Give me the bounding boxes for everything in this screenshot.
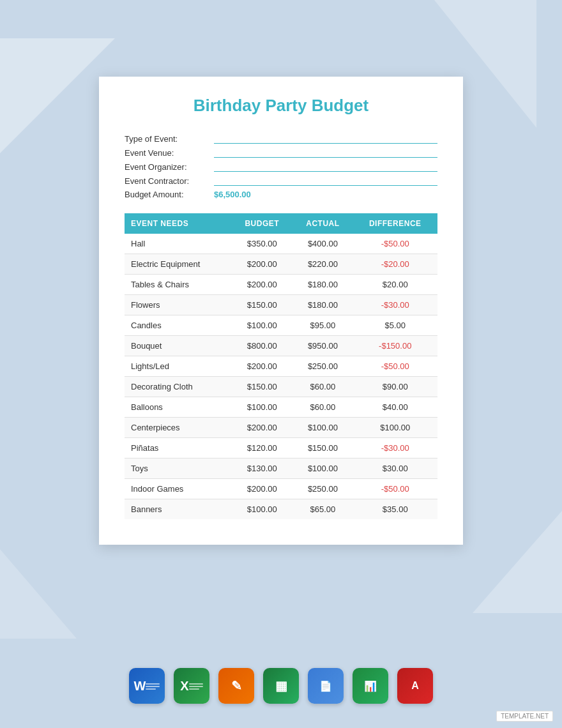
type-of-event-label: Type of Event:: [125, 134, 214, 144]
cell-budget: $100.00: [231, 315, 292, 336]
cell-need: Balloons: [125, 397, 231, 418]
table-row: Bouquet$800.00$950.00-$150.00: [125, 336, 437, 356]
info-row-type: Type of Event:: [125, 133, 437, 144]
table-row: Toys$130.00$100.00$30.00: [125, 459, 437, 479]
cell-difference: -$150.00: [353, 336, 438, 356]
table-row: Electric Equipment$200.00$220.00-$20.00: [125, 254, 437, 275]
cell-actual: $100.00: [292, 418, 353, 438]
table-row: Piñatas$120.00$150.00-$30.00: [125, 438, 437, 459]
cell-actual: $100.00: [292, 459, 353, 479]
cell-budget: $150.00: [231, 377, 292, 397]
cell-budget: $100.00: [231, 397, 292, 418]
info-row-organizer: Event Organizer:: [125, 162, 437, 172]
table-row: Hall$350.00$400.00-$50.00: [125, 234, 437, 254]
table-row: Indoor Games$200.00$250.00-$50.00: [125, 479, 437, 499]
cell-need: Toys: [125, 459, 231, 479]
budget-amount-value: $6,500.00: [214, 190, 437, 199]
cell-actual: $180.00: [292, 275, 353, 295]
table-row: Banners$100.00$65.00$35.00: [125, 499, 437, 520]
cell-budget: $200.00: [231, 356, 292, 377]
cell-budget: $150.00: [231, 295, 292, 315]
cell-need: Indoor Games: [125, 479, 231, 499]
cell-actual: $400.00: [292, 234, 353, 254]
event-venue-label: Event Venue:: [125, 148, 214, 158]
app-icon-google-sheets[interactable]: 📊: [353, 668, 388, 704]
cell-budget: $800.00: [231, 336, 292, 356]
cell-difference: $30.00: [353, 459, 438, 479]
table-row: Decorating Cloth$150.00$60.00$90.00: [125, 377, 437, 397]
app-icons-bar: WX✎▦📄📊A: [0, 668, 562, 704]
info-row-budget: Budget Amount: $6,500.00: [125, 190, 437, 199]
cell-difference: -$50.00: [353, 356, 438, 377]
cell-difference: -$50.00: [353, 234, 438, 254]
cell-actual: $60.00: [292, 397, 353, 418]
cell-budget: $120.00: [231, 438, 292, 459]
cell-actual: $220.00: [292, 254, 353, 275]
app-icon-google-docs[interactable]: 📄: [308, 668, 344, 704]
cell-difference: $40.00: [353, 397, 438, 418]
info-row-contractor: Event Contractor:: [125, 176, 437, 186]
cell-need: Candles: [125, 315, 231, 336]
cell-actual: $950.00: [292, 336, 353, 356]
table-row: Tables & Chairs$200.00$180.00$20.00: [125, 275, 437, 295]
cell-need: Bouquet: [125, 336, 231, 356]
cell-difference: -$30.00: [353, 295, 438, 315]
cell-budget: $200.00: [231, 254, 292, 275]
col-header-difference: DIFFERENCE: [353, 213, 438, 234]
col-header-needs: EVENT NEEDS: [125, 213, 231, 234]
cell-actual: $250.00: [292, 356, 353, 377]
table-row: Balloons$100.00$60.00$40.00: [125, 397, 437, 418]
event-venue-line: [214, 148, 437, 158]
cell-actual: $95.00: [292, 315, 353, 336]
info-row-venue: Event Venue:: [125, 148, 437, 158]
cell-budget: $200.00: [231, 275, 292, 295]
cell-budget: $130.00: [231, 459, 292, 479]
cell-difference: $90.00: [353, 377, 438, 397]
app-icon-numbers[interactable]: ▦: [263, 668, 299, 704]
cell-budget: $200.00: [231, 418, 292, 438]
cell-budget: $350.00: [231, 234, 292, 254]
cell-need: Centerpieces: [125, 418, 231, 438]
watermark: TEMPLATE.NET: [496, 711, 553, 722]
cell-actual: $180.00: [292, 295, 353, 315]
doc-title: Birthday Party Budget: [125, 96, 437, 116]
table-row: Flowers$150.00$180.00-$30.00: [125, 295, 437, 315]
cell-difference: -$50.00: [353, 479, 438, 499]
col-header-budget: BUDGET: [231, 213, 292, 234]
cell-actual: $60.00: [292, 377, 353, 397]
event-organizer-line: [214, 162, 437, 172]
info-section: Type of Event: Event Venue: Event Organi…: [125, 133, 437, 199]
cell-budget: $200.00: [231, 479, 292, 499]
cell-need: Decorating Cloth: [125, 377, 231, 397]
cell-budget: $100.00: [231, 499, 292, 520]
table-row: Centerpieces$200.00$100.00$100.00: [125, 418, 437, 438]
event-organizer-label: Event Organizer:: [125, 162, 214, 172]
cell-actual: $65.00: [292, 499, 353, 520]
cell-difference: $100.00: [353, 418, 438, 438]
app-icon-excel[interactable]: X: [174, 668, 209, 704]
cell-need: Tables & Chairs: [125, 275, 231, 295]
cell-need: Electric Equipment: [125, 254, 231, 275]
cell-actual: $150.00: [292, 438, 353, 459]
col-header-actual: ACTUAL: [292, 213, 353, 234]
cell-difference: -$30.00: [353, 438, 438, 459]
cell-need: Lights/Led: [125, 356, 231, 377]
table-header-row: EVENT NEEDS BUDGET ACTUAL DIFFERENCE: [125, 213, 437, 234]
budget-table: EVENT NEEDS BUDGET ACTUAL DIFFERENCE Hal…: [125, 213, 437, 519]
cell-difference: $20.00: [353, 275, 438, 295]
cell-difference: -$20.00: [353, 254, 438, 275]
cell-difference: $35.00: [353, 499, 438, 520]
cell-difference: $5.00: [353, 315, 438, 336]
budget-amount-label: Budget Amount:: [125, 190, 214, 199]
cell-need: Flowers: [125, 295, 231, 315]
app-icon-pages[interactable]: ✎: [218, 668, 254, 704]
type-of-event-line: [214, 133, 437, 144]
main-card: Birthday Party Budget Type of Event: Eve…: [99, 77, 463, 545]
table-row: Lights/Led$200.00$250.00-$50.00: [125, 356, 437, 377]
cell-need: Banners: [125, 499, 231, 520]
cell-actual: $250.00: [292, 479, 353, 499]
table-row: Candles$100.00$95.00$5.00: [125, 315, 437, 336]
app-icon-word[interactable]: W: [129, 668, 165, 704]
cell-need: Piñatas: [125, 438, 231, 459]
app-icon-pdf[interactable]: A: [397, 668, 433, 704]
